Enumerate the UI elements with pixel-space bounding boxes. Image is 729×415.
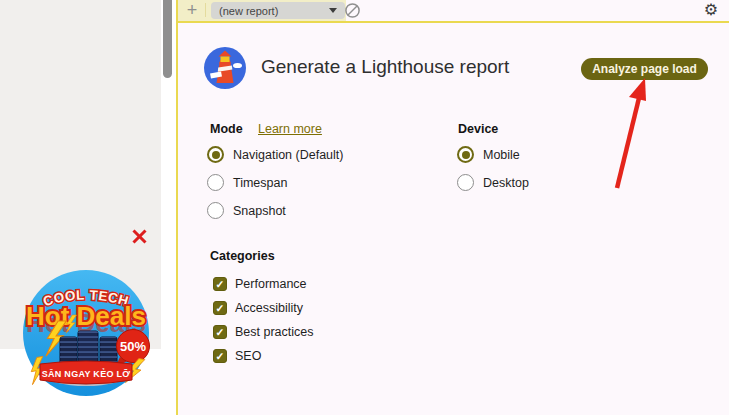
report-select-dropdown[interactable]: (new report) xyxy=(211,2,345,19)
lighthouse-panel: + (new report) ⚙ xyxy=(178,0,729,415)
new-report-button[interactable]: + xyxy=(182,0,202,20)
radio-icon xyxy=(207,174,224,191)
ad-headline: Hot Deals xyxy=(26,301,146,331)
promo-ad-graphic: COOL TECH Hot Deals Hot Deals xyxy=(16,263,156,403)
discount-text: 50% xyxy=(120,339,146,354)
option-label: Timespan xyxy=(233,176,287,190)
gear-icon: ⚙ xyxy=(704,0,718,19)
categories-section-label: Categories xyxy=(210,249,275,263)
settings-button[interactable]: ⚙ xyxy=(701,0,721,20)
checkbox-checked-icon: ✓ xyxy=(213,277,227,291)
checkbox-checked-icon: ✓ xyxy=(213,301,227,315)
option-label: Mobile xyxy=(483,148,520,162)
learn-more-link[interactable]: Learn more xyxy=(258,122,322,136)
close-x-icon xyxy=(130,227,149,246)
ad-close-button[interactable] xyxy=(130,227,149,246)
chevron-down-icon xyxy=(329,8,337,13)
option-label: Performance xyxy=(235,277,307,291)
radio-selected-icon xyxy=(207,146,224,163)
ad-ribbon: SĂN NGAY KẺO LỠ xyxy=(40,361,132,384)
panel-divider[interactable] xyxy=(176,0,178,415)
annotation-arrow xyxy=(600,72,652,194)
category-performance[interactable]: ✓ Performance xyxy=(213,277,307,291)
mode-option-snapshot[interactable]: Snapshot xyxy=(207,202,286,219)
page-scrollbar-thumb[interactable] xyxy=(163,0,172,78)
checkbox-checked-icon: ✓ xyxy=(213,325,227,339)
background-page: COOL TECH Hot Deals Hot Deals xyxy=(0,0,176,415)
radio-icon xyxy=(457,174,474,191)
toolbar-separator xyxy=(205,3,206,17)
checkbox-checked-icon: ✓ xyxy=(213,349,227,363)
ribbon-text: SĂN NGAY KẺO LỠ xyxy=(42,368,131,379)
mode-option-navigation[interactable]: Navigation (Default) xyxy=(207,146,343,163)
mode-option-timespan[interactable]: Timespan xyxy=(207,174,287,191)
option-label: Best practices xyxy=(235,325,314,339)
radio-icon xyxy=(207,202,224,219)
check-icon: ✓ xyxy=(216,303,225,314)
block-icon xyxy=(344,2,361,19)
check-icon: ✓ xyxy=(216,279,225,290)
lighthouse-logo xyxy=(204,47,246,89)
category-accessibility[interactable]: ✓ Accessibility xyxy=(213,301,303,315)
report-select-value: (new report) xyxy=(219,5,329,17)
option-label: SEO xyxy=(235,349,261,363)
check-icon: ✓ xyxy=(216,327,225,338)
option-label: Accessibility xyxy=(235,301,303,315)
lighthouse-toolbar: + (new report) ⚙ xyxy=(178,0,729,23)
device-section-label: Device xyxy=(458,122,498,136)
option-label: Navigation (Default) xyxy=(233,148,343,162)
device-option-mobile[interactable]: Mobile xyxy=(457,146,520,163)
category-best-practices[interactable]: ✓ Best practices xyxy=(213,325,314,339)
option-label: Desktop xyxy=(483,176,529,190)
option-label: Snapshot xyxy=(233,204,286,218)
radio-selected-icon xyxy=(457,146,474,163)
device-option-desktop[interactable]: Desktop xyxy=(457,174,529,191)
category-seo[interactable]: ✓ SEO xyxy=(213,349,261,363)
promo-ad-banner[interactable]: COOL TECH Hot Deals Hot Deals xyxy=(16,263,156,403)
clear-reports-button[interactable] xyxy=(344,2,361,19)
mode-section-label: Mode xyxy=(210,122,243,136)
page-title: Generate a Lighthouse report xyxy=(261,56,509,78)
analyze-page-load-button[interactable]: Analyze page load xyxy=(581,58,708,80)
check-icon: ✓ xyxy=(216,351,225,362)
screenshot-root: COOL TECH Hot Deals Hot Deals xyxy=(0,0,729,415)
